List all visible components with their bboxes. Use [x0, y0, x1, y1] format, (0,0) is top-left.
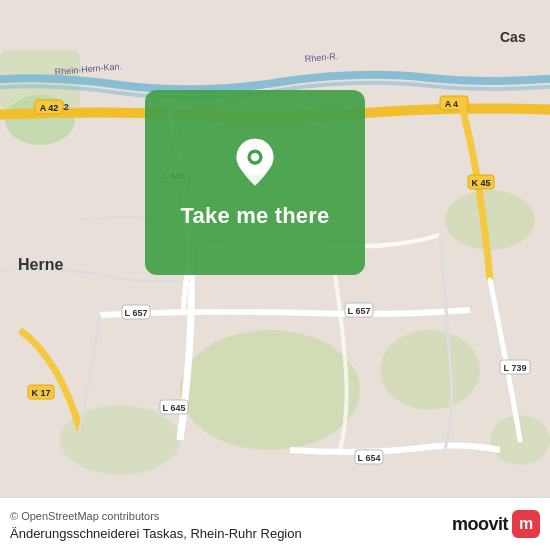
svg-point-1: [380, 330, 480, 410]
attribution-area: © OpenStreetMap contributors Änderungssc…: [10, 506, 302, 542]
svg-text:A 42: A 42: [40, 103, 59, 113]
moovit-logo: moovit m: [452, 510, 540, 538]
moovit-icon: m: [512, 510, 540, 538]
svg-text:L 657: L 657: [348, 306, 371, 316]
svg-text:Rhen-R.: Rhen-R.: [304, 51, 338, 64]
svg-text:L 645: L 645: [163, 403, 186, 413]
place-name-text: Änderungsschneiderei Taskas, Rhein-Ruhr …: [10, 526, 302, 541]
map-svg: Rhein-Hern-Kan. Rhen-R. A 42 A 42 A 42 K…: [0, 0, 550, 550]
attribution-text: © OpenStreetMap contributors: [10, 510, 159, 522]
moovit-app-name: moovit: [452, 514, 508, 535]
svg-text:L 657: L 657: [125, 308, 148, 318]
moovit-icon-letter: m: [519, 515, 533, 533]
svg-text:L 739: L 739: [504, 363, 527, 373]
location-pin-icon: [229, 137, 281, 189]
map-container: Rhein-Hern-Kan. Rhen-R. A 42 A 42 A 42 K…: [0, 0, 550, 550]
svg-point-3: [445, 190, 535, 250]
take-me-there-panel[interactable]: Take me there: [145, 90, 365, 275]
svg-text:K 17: K 17: [31, 388, 50, 398]
bottom-bar: © OpenStreetMap contributors Änderungssc…: [0, 497, 550, 550]
svg-point-34: [251, 152, 259, 160]
svg-text:Cas: Cas: [500, 29, 526, 45]
take-me-there-button[interactable]: Take me there: [181, 203, 330, 229]
svg-text:L 654: L 654: [358, 453, 381, 463]
svg-text:Herne: Herne: [18, 256, 63, 273]
svg-text:K 45: K 45: [471, 178, 490, 188]
svg-point-0: [180, 330, 360, 450]
